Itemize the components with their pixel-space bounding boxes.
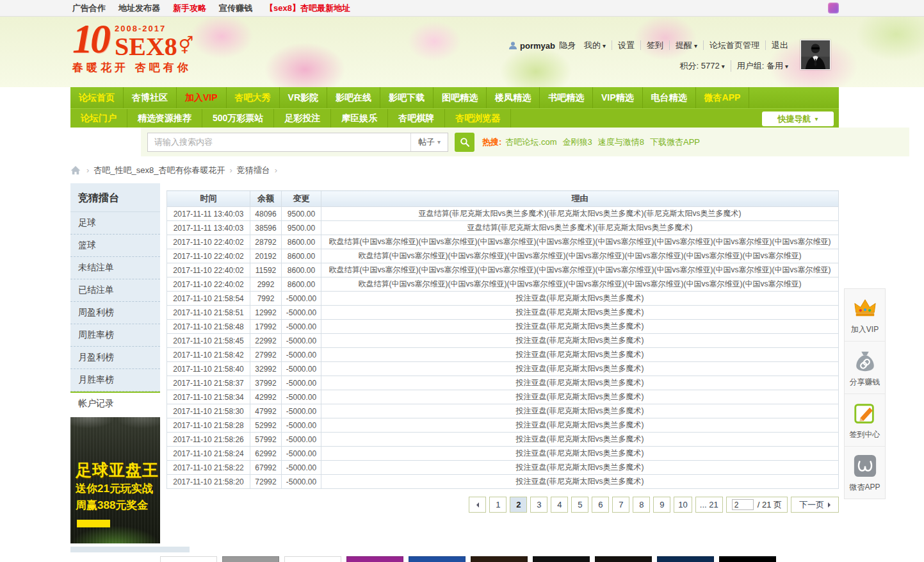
next-page-button[interactable]: 下一页 [791,497,839,513]
page-button[interactable]: 10 [674,497,692,513]
float-item-微杏APP[interactable]: 微杏APP [845,447,885,499]
moneybag-icon [845,349,885,373]
nav-primary-item[interactable]: 杏博社区 [124,87,177,108]
cell-time: 2017-11-10 21:58:51 [167,306,250,320]
messenger-icon[interactable] [828,3,839,13]
user-menu-item[interactable]: 论坛首页管理 [703,40,765,50]
sidebar-item[interactable]: 足球 [70,212,160,235]
nav-secondary-item[interactable]: 足彩投注 [274,109,331,128]
float-item-分享赚钱[interactable]: 分享赚钱 [845,342,885,394]
page-button[interactable]: 7 [612,497,629,513]
page-button[interactable]: 2 [510,497,527,513]
nav-secondary-item[interactable]: 论坛门户 [70,109,127,128]
page-button[interactable]: 1 [489,497,507,513]
topbar-link[interactable]: 地址发布器 [118,3,160,14]
footer-ad-thumb[interactable] [471,556,528,562]
nav-primary-item[interactable]: VIP精选 [593,87,643,108]
nav-secondary-item[interactable]: 500万彩票站 [202,109,274,128]
prev-page-button[interactable] [469,497,486,513]
nav-primary-item[interactable]: 电台精选 [643,87,696,108]
betting-ad-banner[interactable]: 足球亚盘王 送你21元玩实战 周赢388元奖金 [70,417,160,543]
sidebar-item[interactable]: 月胜率榜 [70,369,160,392]
nav-primary-item[interactable]: 杏吧大秀 [227,87,280,108]
cell-time: 2017-11-10 22:40:02 [167,249,250,263]
page-button[interactable]: 9 [653,497,670,513]
footer-ad-thumb[interactable] [657,556,714,562]
nav-primary-item[interactable]: 影吧下载 [380,87,434,108]
sidebar-item[interactable]: 周胜率榜 [70,324,160,347]
sidebar-item[interactable]: 周盈利榜 [70,302,160,324]
quick-nav-button[interactable]: 快捷导航 ▾ [762,112,834,126]
sidebar-item[interactable]: 已结注单 [70,279,160,302]
footer-ad-thumb[interactable] [284,556,341,562]
page-button[interactable]: 8 [633,497,650,513]
cell-change: 8600.00 [282,277,321,292]
nav-primary-item[interactable]: VR影院 [280,87,327,108]
nav-primary-item[interactable]: 图吧精选 [434,87,487,108]
cell-change: -5000.00 [282,348,321,362]
footer-ad-thumb[interactable] [533,556,590,562]
footer-ad-thumb[interactable] [346,556,403,562]
page-button[interactable]: 6 [592,497,609,513]
footer-ad-thumb[interactable] [160,556,217,562]
float-item-加入VIP[interactable]: 加入VIP [845,289,885,342]
user-menu-item[interactable]: 签到 [640,40,669,50]
cell-balance: 11592 [250,263,282,277]
nav-secondary-item[interactable]: 摩臣娱乐 [331,109,388,128]
navigation: 论坛首页杏博社区加入VIP杏吧大秀VR影院影吧在线影吧下载图吧精选楼凤精选书吧精… [70,87,839,156]
hot-search-link[interactable]: 下载微杏APP [650,137,700,147]
site-logo[interactable]: 10 2008-2017 SEX8⚥ 春暖花开 杏吧有你 [72,19,193,75]
nav-primary-item[interactable]: 楼凤精选 [487,87,540,108]
cell-reason: 投注亚盘(菲尼克斯太阳vs奥兰多魔术) [321,475,839,489]
invisible-status-link[interactable]: 隐身 [559,40,576,51]
topbar-link[interactable]: 【sex8】杏吧最新地址 [265,3,350,14]
username[interactable]: pormyab [520,41,555,51]
footer-ad-thumb[interactable] [222,556,279,562]
hot-search-link[interactable]: 杏吧论坛.com [505,137,556,147]
nav-secondary-item[interactable]: 杏吧浏览器 [445,109,511,128]
hot-search-link[interactable]: 速度与激情8 [598,137,644,147]
table-row: 2017-11-10 21:58:4032992-5000.00投注亚盘(菲尼克… [167,362,839,376]
footer-ad-thumb[interactable] [409,556,466,562]
nav-primary-item[interactable]: 影吧在线 [327,87,380,108]
user-menu-item[interactable]: 我的▾ [578,40,612,50]
search-type-select[interactable]: 帖子 ▾ [410,133,448,151]
user-menu-item[interactable]: 设置 [612,40,640,50]
home-icon[interactable] [70,165,81,176]
avatar[interactable] [800,40,831,70]
page-button[interactable]: ... 21 [695,497,723,513]
sidebar-item[interactable]: 帐户记录 [70,392,160,415]
topbar-link[interactable]: 广告合作 [72,3,106,14]
user-stat-label: 积分: 5772 [680,61,720,70]
nav-primary-item[interactable]: 书吧精选 [540,87,593,108]
table-row: 2017-11-10 21:58:2852992-5000.00投注亚盘(菲尼克… [167,418,839,433]
breadcrumb-link[interactable]: 杏吧_性吧_sex8_杏吧有你春暖花开 [93,165,225,175]
user-stat[interactable]: 用户组: 备用▾ [731,60,794,72]
search-input[interactable] [148,133,410,151]
sidebar-item[interactable]: 月盈利榜 [70,347,160,369]
page-button[interactable]: 3 [530,497,547,513]
page-jump-input[interactable] [732,499,754,510]
nav-primary-item[interactable]: 加入VIP [177,87,227,108]
nav-secondary-item[interactable]: 杏吧棋牌 [388,109,445,128]
footer-ad-thumb[interactable] [595,556,652,562]
float-item-签到中心[interactable]: 签到中心 [845,394,885,447]
page-button[interactable]: 4 [551,497,568,513]
user-menu-item[interactable]: 提醒▾ [669,40,703,50]
nav-secondary-item[interactable]: 精选资源推荐 [127,109,202,128]
search-button[interactable] [455,133,474,152]
breadcrumb-link[interactable]: 竞猜擂台 [237,165,270,175]
page-button[interactable]: 5 [571,497,588,513]
cell-reason: 投注亚盘(菲尼克斯太阳vs奥兰多魔术) [321,306,839,320]
user-menu-item[interactable]: 退出 [765,40,794,50]
topbar-link[interactable]: 宣传赚钱 [219,3,252,14]
hot-search-link[interactable]: 金刚狼3 [563,137,592,147]
footer-ad-thumb[interactable] [719,556,776,562]
cell-time: 2017-11-10 21:58:30 [167,404,250,418]
nav-primary-item[interactable]: 论坛首页 [70,87,124,108]
sidebar-item[interactable]: 未结注单 [70,257,160,279]
topbar-link[interactable]: 新手攻略 [173,3,206,14]
sidebar-item[interactable]: 篮球 [70,235,160,257]
user-stat[interactable]: 积分: 5772▾ [674,60,731,72]
nav-primary-item[interactable]: 微杏APP [696,87,750,108]
